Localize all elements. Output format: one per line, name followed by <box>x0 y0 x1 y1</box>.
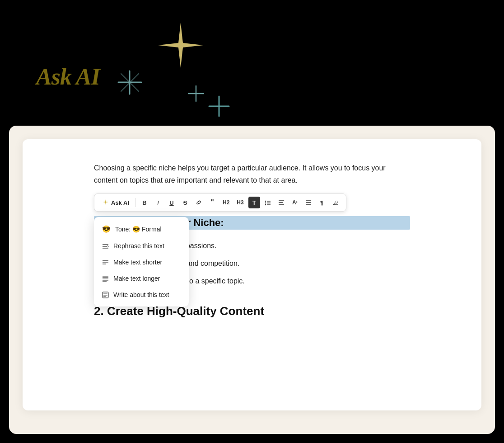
sparkle-large-icon <box>154 18 208 72</box>
align-button[interactable] <box>275 197 287 208</box>
italic-button[interactable]: I <box>152 197 164 208</box>
rephrase-item[interactable]: Rephrase this text <box>94 238 189 254</box>
write-icon <box>102 292 109 298</box>
superscript-button[interactable]: A² <box>289 197 301 208</box>
tone-icon: 😎 <box>102 225 111 233</box>
toolbar-wrapper: Ask AI B I U S " H2 H3 T <box>94 193 410 212</box>
ask-ai-label: Ask AI <box>111 199 129 206</box>
shorter-icon <box>102 259 109 266</box>
svg-point-12 <box>265 204 266 205</box>
editor-intro-text: Choosing a specific niche helps you targ… <box>94 157 410 186</box>
top-section: Ask AI <box>0 0 504 129</box>
sparkle-small1-icon <box>187 85 205 102</box>
link-button[interactable] <box>193 197 205 208</box>
longer-item[interactable]: Make text longer <box>94 270 189 287</box>
justify-button[interactable] <box>303 197 314 208</box>
svg-point-8 <box>265 201 266 202</box>
bullet-list-button[interactable] <box>262 197 274 208</box>
write-about-item[interactable]: Write about this text <box>94 287 189 303</box>
quote-button[interactable]: " <box>206 197 218 208</box>
tone-item[interactable]: 😎 Tone: 😎 Formal <box>94 221 189 238</box>
shorter-item[interactable]: Make text shorter <box>94 254 189 270</box>
h3-button[interactable]: H3 <box>234 197 246 208</box>
rephrase-icon <box>102 243 109 250</box>
shorter-label: Make text shorter <box>113 259 162 266</box>
sparkle-small2-icon <box>208 95 230 118</box>
editor-card: Choosing a specific niche helps you targ… <box>23 139 481 410</box>
main-area: Choosing a specific niche helps you targ… <box>9 126 495 434</box>
app-title: Ask AI <box>36 63 100 90</box>
ask-ai-sparkle-icon <box>103 199 109 207</box>
write-about-label: Write about this text <box>113 291 169 298</box>
longer-label: Make text longer <box>113 275 160 282</box>
sparkle-medium-icon <box>117 70 142 95</box>
longer-icon <box>102 275 109 282</box>
svg-point-10 <box>265 203 266 203</box>
rephrase-label: Rephrase this text <box>113 242 164 250</box>
ai-dropdown-menu: 😎 Tone: 😎 Formal Rephrase this text <box>94 217 189 306</box>
toolbar: Ask AI B I U S " H2 H3 T <box>94 193 346 212</box>
toolbar-divider-1 <box>135 198 136 207</box>
strikethrough-button[interactable]: S <box>179 197 191 208</box>
text-button[interactable]: T <box>248 197 260 208</box>
bold-button[interactable]: B <box>139 197 150 208</box>
h2-button[interactable]: H2 <box>220 197 232 208</box>
paragraph-button[interactable]: ¶ <box>316 197 328 208</box>
tone-label: Tone: 😎 Formal <box>115 226 162 233</box>
ask-ai-button[interactable]: Ask AI <box>99 198 133 208</box>
clear-format-button[interactable] <box>330 197 341 208</box>
underline-button[interactable]: U <box>166 197 177 208</box>
